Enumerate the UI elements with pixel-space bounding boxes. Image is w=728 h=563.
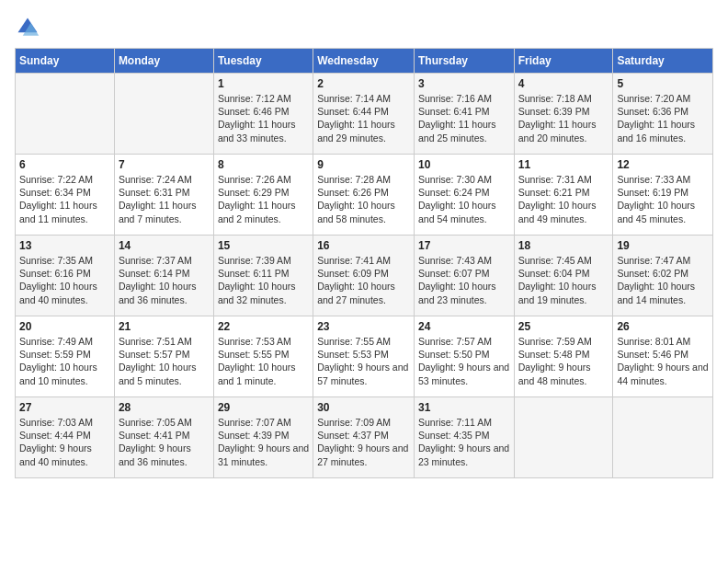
day-cell: 10Sunrise: 7:30 AM Sunset: 6:24 PM Dayli… <box>414 155 514 236</box>
day-info: Sunrise: 7:28 AM Sunset: 6:26 PM Dayligh… <box>317 173 410 225</box>
day-number: 21 <box>119 320 210 333</box>
day-number: 28 <box>119 401 210 414</box>
day-cell: 1Sunrise: 7:12 AM Sunset: 6:46 PM Daylig… <box>213 74 313 155</box>
day-number: 8 <box>218 158 309 171</box>
day-number: 5 <box>617 77 709 90</box>
day-info: Sunrise: 7:24 AM Sunset: 6:31 PM Dayligh… <box>119 173 210 225</box>
day-info: Sunrise: 7:12 AM Sunset: 6:46 PM Dayligh… <box>218 92 309 144</box>
day-info: Sunrise: 7:47 AM Sunset: 6:02 PM Dayligh… <box>617 254 709 306</box>
day-info: Sunrise: 7:16 AM Sunset: 6:41 PM Dayligh… <box>418 92 510 144</box>
day-number: 11 <box>518 158 609 171</box>
day-cell: 11Sunrise: 7:31 AM Sunset: 6:21 PM Dayli… <box>514 155 613 236</box>
logo-icon <box>15 15 40 40</box>
day-cell: 24Sunrise: 7:57 AM Sunset: 5:50 PM Dayli… <box>414 316 514 397</box>
day-cell: 8Sunrise: 7:26 AM Sunset: 6:29 PM Daylig… <box>213 155 313 236</box>
day-number: 19 <box>617 239 709 252</box>
day-info: Sunrise: 7:55 AM Sunset: 5:53 PM Dayligh… <box>317 335 410 387</box>
day-cell: 12Sunrise: 7:33 AM Sunset: 6:19 PM Dayli… <box>613 155 713 236</box>
day-info: Sunrise: 7:18 AM Sunset: 6:39 PM Dayligh… <box>518 92 609 144</box>
day-number: 12 <box>617 158 709 171</box>
day-cell <box>514 397 613 478</box>
day-cell: 21Sunrise: 7:51 AM Sunset: 5:57 PM Dayli… <box>114 316 213 397</box>
day-number: 2 <box>317 77 410 90</box>
day-info: Sunrise: 7:07 AM Sunset: 4:39 PM Dayligh… <box>218 416 309 468</box>
day-info: Sunrise: 7:53 AM Sunset: 5:55 PM Dayligh… <box>218 335 309 387</box>
day-info: Sunrise: 7:05 AM Sunset: 4:41 PM Dayligh… <box>119 416 210 468</box>
day-cell <box>613 397 713 478</box>
week-row-2: 6Sunrise: 7:22 AM Sunset: 6:34 PM Daylig… <box>16 155 713 236</box>
week-row-3: 13Sunrise: 7:35 AM Sunset: 6:16 PM Dayli… <box>16 236 713 316</box>
day-number: 16 <box>317 239 410 252</box>
day-number: 18 <box>518 239 609 252</box>
day-info: Sunrise: 7:33 AM Sunset: 6:19 PM Dayligh… <box>617 173 709 225</box>
week-row-4: 20Sunrise: 7:49 AM Sunset: 5:59 PM Dayli… <box>16 316 713 397</box>
day-info: Sunrise: 7:20 AM Sunset: 6:36 PM Dayligh… <box>617 92 709 144</box>
day-cell: 2Sunrise: 7:14 AM Sunset: 6:44 PM Daylig… <box>313 74 415 155</box>
day-cell: 29Sunrise: 7:07 AM Sunset: 4:39 PM Dayli… <box>213 397 313 478</box>
day-info: Sunrise: 7:51 AM Sunset: 5:57 PM Dayligh… <box>119 335 210 387</box>
weekday-header-tuesday: Tuesday <box>213 49 313 74</box>
day-info: Sunrise: 7:22 AM Sunset: 6:34 PM Dayligh… <box>19 173 110 225</box>
day-cell: 16Sunrise: 7:41 AM Sunset: 6:09 PM Dayli… <box>313 236 415 316</box>
day-number: 17 <box>418 239 510 252</box>
week-row-1: 1Sunrise: 7:12 AM Sunset: 6:46 PM Daylig… <box>16 74 713 155</box>
day-cell: 30Sunrise: 7:09 AM Sunset: 4:37 PM Dayli… <box>313 397 415 478</box>
day-number: 3 <box>418 77 510 90</box>
day-number: 24 <box>418 320 510 333</box>
day-info: Sunrise: 7:39 AM Sunset: 6:11 PM Dayligh… <box>218 254 309 306</box>
day-cell: 9Sunrise: 7:28 AM Sunset: 6:26 PM Daylig… <box>313 155 415 236</box>
page-header <box>15 15 713 40</box>
day-cell <box>114 74 213 155</box>
day-number: 30 <box>317 401 410 414</box>
day-number: 26 <box>617 320 709 333</box>
day-cell: 7Sunrise: 7:24 AM Sunset: 6:31 PM Daylig… <box>114 155 213 236</box>
day-info: Sunrise: 7:35 AM Sunset: 6:16 PM Dayligh… <box>19 254 110 306</box>
week-row-5: 27Sunrise: 7:03 AM Sunset: 4:44 PM Dayli… <box>16 397 713 478</box>
day-number: 4 <box>518 77 609 90</box>
weekday-header-wednesday: Wednesday <box>313 49 415 74</box>
day-number: 23 <box>317 320 410 333</box>
day-cell: 3Sunrise: 7:16 AM Sunset: 6:41 PM Daylig… <box>414 74 514 155</box>
day-number: 9 <box>317 158 410 171</box>
weekday-header-row: SundayMondayTuesdayWednesdayThursdayFrid… <box>16 49 713 74</box>
day-info: Sunrise: 7:03 AM Sunset: 4:44 PM Dayligh… <box>19 416 110 468</box>
day-number: 14 <box>119 239 210 252</box>
day-info: Sunrise: 7:45 AM Sunset: 6:04 PM Dayligh… <box>518 254 609 306</box>
weekday-header-thursday: Thursday <box>414 49 514 74</box>
day-cell <box>16 74 115 155</box>
logo <box>15 15 44 40</box>
day-number: 29 <box>218 401 309 414</box>
day-cell: 13Sunrise: 7:35 AM Sunset: 6:16 PM Dayli… <box>16 236 115 316</box>
weekday-header-friday: Friday <box>514 49 613 74</box>
day-info: Sunrise: 7:43 AM Sunset: 6:07 PM Dayligh… <box>418 254 510 306</box>
day-cell: 31Sunrise: 7:11 AM Sunset: 4:35 PM Dayli… <box>414 397 514 478</box>
weekday-header-saturday: Saturday <box>613 49 713 74</box>
day-info: Sunrise: 7:57 AM Sunset: 5:50 PM Dayligh… <box>418 335 510 387</box>
day-cell: 23Sunrise: 7:55 AM Sunset: 5:53 PM Dayli… <box>313 316 415 397</box>
day-number: 25 <box>518 320 609 333</box>
day-number: 10 <box>418 158 510 171</box>
weekday-header-monday: Monday <box>114 49 213 74</box>
day-number: 13 <box>19 239 110 252</box>
weekday-header-sunday: Sunday <box>16 49 115 74</box>
day-info: Sunrise: 7:49 AM Sunset: 5:59 PM Dayligh… <box>19 335 110 387</box>
day-cell: 25Sunrise: 7:59 AM Sunset: 5:48 PM Dayli… <box>514 316 613 397</box>
day-number: 6 <box>19 158 110 171</box>
day-info: Sunrise: 8:01 AM Sunset: 5:46 PM Dayligh… <box>617 335 709 387</box>
day-number: 31 <box>418 401 510 414</box>
day-cell: 26Sunrise: 8:01 AM Sunset: 5:46 PM Dayli… <box>613 316 713 397</box>
day-cell: 15Sunrise: 7:39 AM Sunset: 6:11 PM Dayli… <box>213 236 313 316</box>
day-info: Sunrise: 7:31 AM Sunset: 6:21 PM Dayligh… <box>518 173 609 225</box>
day-info: Sunrise: 7:37 AM Sunset: 6:14 PM Dayligh… <box>119 254 210 306</box>
day-cell: 28Sunrise: 7:05 AM Sunset: 4:41 PM Dayli… <box>114 397 213 478</box>
day-info: Sunrise: 7:26 AM Sunset: 6:29 PM Dayligh… <box>218 173 309 225</box>
day-number: 22 <box>218 320 309 333</box>
day-info: Sunrise: 7:59 AM Sunset: 5:48 PM Dayligh… <box>518 335 609 387</box>
day-cell: 5Sunrise: 7:20 AM Sunset: 6:36 PM Daylig… <box>613 74 713 155</box>
day-number: 15 <box>218 239 309 252</box>
day-info: Sunrise: 7:41 AM Sunset: 6:09 PM Dayligh… <box>317 254 410 306</box>
day-info: Sunrise: 7:11 AM Sunset: 4:35 PM Dayligh… <box>418 416 510 468</box>
day-info: Sunrise: 7:14 AM Sunset: 6:44 PM Dayligh… <box>317 92 410 144</box>
calendar-table: SundayMondayTuesdayWednesdayThursdayFrid… <box>15 48 713 478</box>
day-cell: 19Sunrise: 7:47 AM Sunset: 6:02 PM Dayli… <box>613 236 713 316</box>
